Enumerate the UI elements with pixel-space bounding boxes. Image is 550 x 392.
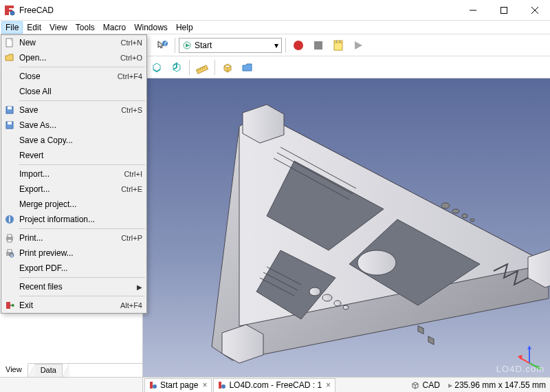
macro-stop-button[interactable] bbox=[309, 36, 327, 54]
file-menu-revert[interactable]: Revert bbox=[1, 148, 146, 163]
svg-rect-41 bbox=[150, 382, 153, 389]
svg-rect-58 bbox=[6, 302, 10, 309]
maximize-button[interactable] bbox=[488, 0, 519, 21]
close-icon[interactable]: × bbox=[326, 380, 331, 390]
file-menu-export[interactable]: Export...Ctrl+E bbox=[1, 182, 146, 197]
exit-icon bbox=[4, 300, 15, 311]
side-tab-data[interactable]: Data bbox=[35, 364, 63, 377]
svg-point-31 bbox=[470, 219, 474, 221]
menu-item-label: Export... bbox=[19, 184, 121, 194]
side-tab-view[interactable]: View bbox=[0, 363, 28, 377]
blank-icon bbox=[4, 71, 15, 82]
menu-view[interactable]: View bbox=[45, 21, 72, 34]
freecad-doc-icon bbox=[218, 381, 226, 389]
svg-rect-32 bbox=[418, 326, 424, 334]
blank-icon bbox=[4, 150, 15, 161]
menu-item-label: Print... bbox=[19, 233, 121, 243]
menu-tools[interactable]: Tools bbox=[72, 21, 99, 34]
disk-icon bbox=[4, 120, 15, 131]
bottom-button[interactable] bbox=[148, 58, 166, 76]
workbench-selector[interactable]: Start ▾ bbox=[179, 38, 282, 53]
file-menu-close-all[interactable]: Close All bbox=[1, 84, 146, 99]
3d-viewport[interactable]: LO4D.com bbox=[143, 78, 550, 377]
svg-point-36 bbox=[334, 301, 341, 306]
svg-rect-47 bbox=[8, 107, 12, 109]
svg-text:i: i bbox=[8, 215, 10, 224]
folder-icon bbox=[4, 52, 15, 63]
menu-item-label: Save a Copy... bbox=[19, 135, 142, 145]
menu-file[interactable]: File bbox=[1, 21, 23, 34]
file-menu-recent-files[interactable]: Recent files▶ bbox=[1, 279, 146, 294]
menu-edit[interactable]: Edit bbox=[23, 21, 45, 34]
whats-this-button[interactable]: ? bbox=[153, 36, 171, 54]
svg-rect-5 bbox=[500, 7, 507, 13]
file-menu-project-information[interactable]: iProject information... bbox=[1, 212, 146, 227]
macro-record-button[interactable] bbox=[289, 36, 307, 54]
window-title: FreeCAD bbox=[19, 6, 457, 15]
macro-play-button[interactable] bbox=[349, 36, 367, 54]
macros-button[interactable] bbox=[329, 36, 347, 54]
menu-shortcut: Ctrl+N bbox=[121, 39, 142, 47]
doc-tab-start[interactable]: Start page × bbox=[144, 378, 212, 392]
file-menu-import[interactable]: Import...Ctrl+I bbox=[1, 166, 146, 182]
file-menu-save-as[interactable]: Save As... bbox=[1, 118, 146, 133]
left-button[interactable] bbox=[168, 58, 186, 76]
menu-item-label: Exit bbox=[19, 301, 120, 310]
document-tabs: Start page × LO4D.com - FreeCAD : 1 × CA… bbox=[0, 377, 550, 392]
menu-macro[interactable]: Macro bbox=[99, 21, 130, 34]
svg-rect-53 bbox=[8, 235, 12, 237]
file-menu-save-a-copy[interactable]: Save a Copy... bbox=[1, 133, 146, 148]
group-button[interactable] bbox=[239, 58, 256, 76]
file-menu-close[interactable]: CloseCtrl+F4 bbox=[1, 69, 146, 84]
measure-button[interactable] bbox=[193, 58, 211, 76]
status-nav-cube[interactable]: CAD bbox=[406, 380, 444, 390]
status-dimensions: ▸ 235.96 mm x 147.55 mm bbox=[444, 380, 550, 390]
file-menu-save[interactable]: SaveCtrl+S bbox=[1, 102, 146, 118]
file-menu-print-preview[interactable]: Print preview... bbox=[1, 246, 146, 261]
menu-windows[interactable]: Windows bbox=[130, 21, 172, 34]
file-menu-merge-project[interactable]: Merge project... bbox=[1, 197, 146, 212]
svg-point-29 bbox=[452, 209, 459, 213]
disk-icon bbox=[4, 105, 15, 116]
title-bar: FreeCAD bbox=[0, 0, 550, 21]
blank-icon bbox=[4, 263, 15, 274]
menu-help[interactable]: Help bbox=[172, 21, 197, 34]
svg-point-27 bbox=[358, 250, 396, 275]
menu-item-label: Recent files bbox=[19, 282, 137, 292]
app-logo-icon bbox=[4, 5, 15, 16]
svg-point-28 bbox=[441, 203, 450, 208]
menu-item-label: Open... bbox=[19, 53, 120, 63]
doc-tab-label: Start page bbox=[160, 380, 198, 390]
menu-shortcut: Ctrl+S bbox=[121, 106, 142, 114]
menu-shortcut: Ctrl+P bbox=[121, 234, 142, 242]
blank-icon bbox=[4, 281, 15, 292]
file-menu-exit[interactable]: ExitAlt+F4 bbox=[1, 298, 146, 313]
svg-rect-33 bbox=[428, 336, 434, 345]
minimize-button[interactable] bbox=[457, 0, 488, 21]
svg-point-15 bbox=[294, 41, 303, 50]
svg-rect-16 bbox=[314, 41, 322, 50]
menu-item-label: New bbox=[19, 38, 121, 47]
file-menu-new[interactable]: NewCtrl+N bbox=[1, 35, 146, 50]
file-menu-print[interactable]: Print...Ctrl+P bbox=[1, 230, 146, 246]
svg-rect-56 bbox=[8, 250, 12, 252]
menu-item-label: Project information... bbox=[19, 215, 142, 224]
doc-tab-model[interactable]: LO4D.com - FreeCAD : 1 × bbox=[213, 378, 336, 392]
close-button[interactable] bbox=[519, 0, 550, 21]
svg-point-35 bbox=[322, 294, 332, 301]
menu-item-label: Save bbox=[19, 105, 121, 115]
file-menu-export-pdf[interactable]: Export PDF... bbox=[1, 261, 146, 276]
info-icon: i bbox=[4, 214, 15, 225]
freecad-doc-icon bbox=[149, 381, 157, 389]
blank-icon bbox=[4, 168, 15, 179]
blank-icon bbox=[4, 184, 15, 195]
file-menu-open[interactable]: Open...Ctrl+O bbox=[1, 50, 146, 65]
svg-rect-49 bbox=[8, 122, 12, 124]
menu-shortcut: Ctrl+O bbox=[120, 54, 142, 62]
svg-rect-43 bbox=[219, 382, 221, 389]
menu-item-label: Import... bbox=[19, 169, 124, 179]
part-button[interactable] bbox=[219, 58, 236, 76]
svg-rect-17 bbox=[334, 41, 342, 50]
close-icon[interactable]: × bbox=[202, 380, 207, 390]
menu-item-label: Revert bbox=[19, 151, 142, 160]
